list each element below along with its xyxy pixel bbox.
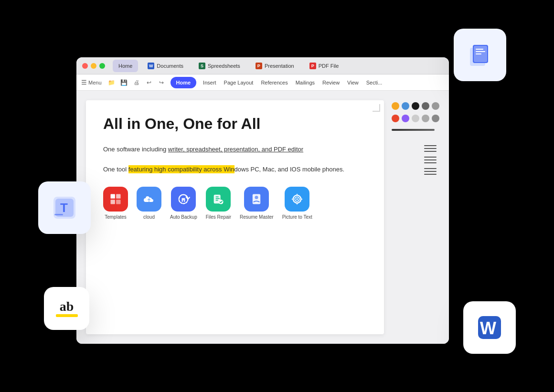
doc-paragraph-2: One tool featuring high compatibility ac… (103, 164, 367, 175)
para1-prefix: One software including (103, 146, 168, 153)
color-light-gray[interactable] (412, 115, 419, 122)
svg-point-12 (297, 198, 298, 200)
svg-point-9 (255, 196, 258, 199)
text-editor-icon: T (50, 193, 79, 222)
float-card-copy-pages (454, 29, 506, 81)
doc-area: All in One, One for All One software inc… (76, 91, 449, 344)
browser-window: Home W Documents S Spreedsheets P Presen… (76, 57, 449, 344)
feature-auto-backup[interactable]: Auto Backup (170, 187, 197, 220)
home-nav-label: Home (176, 80, 191, 85)
color-dark-gray[interactable] (422, 102, 429, 110)
resume-icon (250, 192, 263, 206)
color-orange[interactable] (392, 102, 399, 110)
feature-files-repair[interactable]: Files Repair (206, 187, 231, 220)
feature-templates[interactable]: Templates (103, 187, 128, 220)
picture-icon-box (285, 187, 309, 212)
color-row-1 (392, 102, 439, 110)
cloud-label: cloud (143, 214, 155, 220)
svg-text:T: T (60, 201, 68, 215)
color-medium-gray[interactable] (422, 115, 429, 122)
resume-icon-box (244, 187, 269, 212)
review-nav[interactable]: Review (322, 80, 340, 85)
close-button[interactable] (82, 63, 88, 69)
tab-presentation[interactable]: P Presentation (250, 60, 300, 72)
svg-rect-18 (476, 53, 481, 54)
feature-cloud[interactable]: cloud (137, 187, 161, 220)
page-layout-nav[interactable]: Page Layout (224, 80, 254, 85)
feature-resume-master[interactable]: Resume Master (240, 187, 274, 220)
svg-rect-3 (116, 200, 120, 204)
hamburger-menu-1[interactable] (424, 145, 437, 152)
toolbar: ☰ Menu 📁 💾 🖨 ↩ ↪ Home Insert Page Layout… (76, 74, 449, 91)
view-nav[interactable]: View (347, 80, 359, 85)
tab-home[interactable]: Home (113, 60, 138, 72)
hline-1 (424, 145, 437, 146)
documents-icon: W (148, 63, 154, 69)
pdf-icon: P (309, 63, 316, 69)
color-black[interactable] (412, 102, 419, 110)
undo-icon[interactable]: ↩ (144, 77, 154, 88)
minimize-button[interactable] (91, 63, 96, 69)
repair-label: Files Repair (206, 214, 231, 220)
feature-icons-row: Templates cloud (103, 187, 367, 220)
folder-icon[interactable]: 📁 (107, 77, 117, 88)
traffic-lights (82, 63, 105, 69)
hline-6 (424, 162, 437, 163)
section-nav[interactable]: Secti... (366, 80, 383, 85)
templates-icon-box (103, 187, 128, 212)
tab-presentation-label: Presentation (265, 63, 294, 69)
color-purple[interactable] (402, 115, 409, 122)
hamburger-menu-2[interactable] (424, 157, 437, 163)
backup-icon (177, 192, 190, 206)
ab-underline (56, 314, 78, 317)
color-mid-gray[interactable] (432, 115, 439, 122)
picture-to-text-label: Picture to Text (282, 214, 312, 220)
svg-rect-0 (111, 194, 115, 198)
backup-icon-box (171, 187, 196, 212)
page-corner (373, 104, 380, 112)
color-blue[interactable] (402, 102, 409, 110)
menu-label: Menu (88, 80, 102, 85)
resume-label: Resume Master (240, 214, 274, 220)
references-nav[interactable]: References (261, 80, 288, 85)
hline-7 (424, 168, 437, 169)
doc-paragraph-1: One software including writer, spreadshe… (103, 144, 367, 155)
hamburger-menu-3[interactable] (424, 168, 437, 175)
menu-button[interactable]: ☰ Menu (81, 79, 102, 86)
svg-rect-16 (476, 49, 483, 50)
float-card-ab: ab (44, 287, 89, 330)
line-thickness-tool[interactable] (392, 129, 435, 131)
svg-rect-17 (476, 51, 485, 52)
hline-5 (424, 159, 437, 160)
save-icon[interactable]: 💾 (119, 77, 129, 88)
color-red[interactable] (392, 115, 399, 122)
hline-8 (424, 171, 437, 172)
tab-pdf[interactable]: P PDF File (304, 60, 345, 72)
tab-documents[interactable]: W Documents (142, 60, 189, 72)
mailings-nav[interactable]: Mailings (296, 80, 315, 85)
repair-icon (212, 192, 225, 206)
presentation-icon: P (256, 63, 262, 69)
print-icon[interactable]: 🖨 (131, 77, 142, 88)
feature-picture-to-text[interactable]: Picture to Text (282, 187, 312, 220)
tab-spreadsheets[interactable]: S Spreedsheets (193, 60, 246, 72)
doc-sidebar (392, 100, 439, 334)
home-nav-button[interactable]: Home (170, 77, 197, 88)
scene: Home W Documents S Spreedsheets P Presen… (0, 0, 554, 392)
cloud-icon (142, 192, 156, 206)
color-gray[interactable] (432, 102, 439, 110)
color-row-2 (392, 115, 439, 122)
para1-linked-text: writer, spreadsheet, presentation, and P… (168, 146, 303, 153)
tab-pdf-label: PDF File (319, 63, 339, 69)
para2-highlight: featuring high compatibility across Win (128, 165, 234, 173)
templates-label: Templates (105, 214, 127, 220)
cloud-icon-box (137, 187, 161, 212)
insert-nav[interactable]: Insert (203, 80, 216, 85)
redo-icon[interactable]: ↪ (156, 77, 167, 88)
para2-prefix: One tool (103, 166, 128, 173)
svg-text:W: W (480, 318, 496, 338)
ab-text: ab (60, 300, 74, 313)
float-card-word: W (463, 301, 516, 354)
tab-documents-label: Documents (157, 63, 183, 69)
maximize-button[interactable] (99, 63, 105, 69)
